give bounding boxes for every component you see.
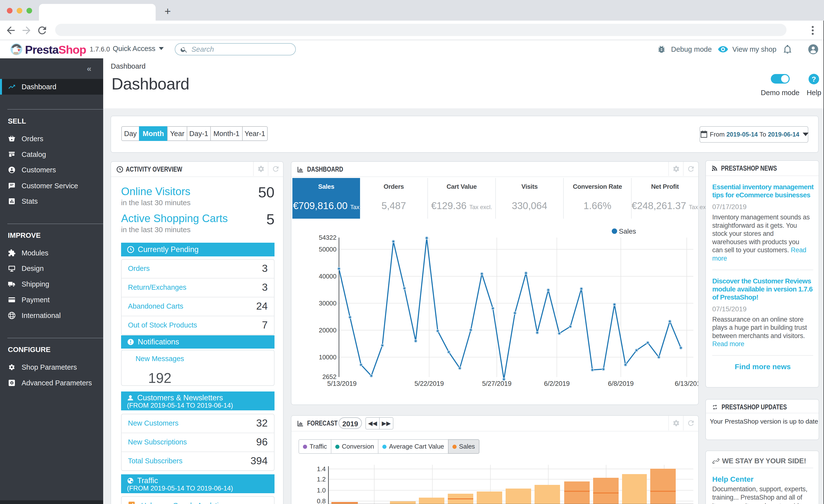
svg-text:1.0: 1.0: [317, 487, 326, 494]
svg-text:6/13/2019: 6/13/2019: [675, 380, 698, 387]
svg-text:Sales: Sales: [619, 227, 636, 235]
svg-text:6/8/2019: 6/8/2019: [608, 380, 634, 387]
svg-text:2652: 2652: [322, 373, 336, 381]
svg-text:6/2/2019: 6/2/2019: [544, 380, 570, 387]
svg-text:5/27/2019: 5/27/2019: [482, 380, 512, 387]
svg-text:10000: 10000: [319, 354, 336, 361]
svg-text:5/22/2019: 5/22/2019: [414, 380, 444, 387]
svg-text:0.8: 0.8: [317, 497, 326, 504]
svg-text:54322: 54322: [319, 234, 336, 241]
svg-text:1.4: 1.4: [317, 465, 326, 473]
svg-text:50000: 50000: [319, 245, 336, 253]
svg-text:1.2: 1.2: [317, 476, 326, 483]
svg-text:40000: 40000: [319, 273, 336, 280]
svg-text:30000: 30000: [319, 300, 336, 307]
svg-text:5/13/2019: 5/13/2019: [327, 380, 356, 387]
svg-text:20000: 20000: [319, 326, 336, 334]
